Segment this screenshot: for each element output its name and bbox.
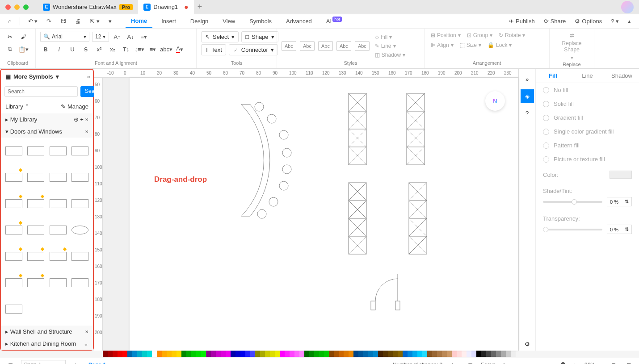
color-swatch[interactable]: [324, 351, 329, 357]
doors-windows-section[interactable]: ▾ Doors and Windows ×: [1, 126, 93, 138]
color-swatch[interactable]: [113, 351, 118, 357]
menu-symbols[interactable]: Symbols: [244, 15, 277, 27]
color-swatch[interactable]: [452, 351, 457, 357]
fill-tab[interactable]: Fill: [536, 69, 570, 83]
symbol-item[interactable]: [27, 273, 46, 293]
format-painter-button[interactable]: 🖌: [18, 31, 29, 42]
help-tool-tab[interactable]: ?: [521, 106, 534, 120]
close-icon[interactable]: ×: [85, 328, 88, 335]
align-button2[interactable]: ⊫ Align▾: [429, 41, 455, 49]
color-swatch[interactable]: [319, 351, 324, 357]
style-preset-1[interactable]: Abc: [282, 41, 296, 51]
zoom-out-button[interactable]: −: [516, 360, 524, 364]
size-button[interactable]: ⬚ Size▾: [458, 41, 483, 49]
line-spacing-button[interactable]: ↕≡▾: [134, 44, 145, 54]
symbol-item[interactable]: [71, 273, 90, 293]
superscript-button[interactable]: x²: [94, 44, 105, 54]
shadow-tab[interactable]: Shadow: [605, 69, 639, 83]
home-icon[interactable]: ⌂: [5, 16, 14, 26]
subscript-button[interactable]: x₂: [107, 44, 118, 54]
color-swatch[interactable]: [127, 351, 132, 357]
color-swatch[interactable]: [422, 351, 427, 357]
rotate-button[interactable]: ↻ Rotate▾: [497, 31, 527, 39]
symbol-item[interactable]: [4, 220, 23, 240]
symbol-item[interactable]: [27, 194, 46, 213]
undo-button[interactable]: ↶ ▾: [25, 16, 41, 26]
style-preset-3[interactable]: Abc: [318, 41, 333, 51]
color-swatch[interactable]: [137, 351, 142, 357]
cut-button[interactable]: ✂: [4, 31, 15, 42]
color-swatch[interactable]: [152, 351, 157, 357]
group-button[interactable]: ⊡ Group▾: [465, 31, 494, 39]
italic-button[interactable]: I: [54, 44, 64, 54]
color-swatch[interactable]: [177, 351, 181, 357]
color-swatch[interactable]: [353, 351, 358, 357]
shade-spinner[interactable]: 0 %⇅: [607, 197, 632, 206]
page-select[interactable]: Page-1▾: [21, 360, 66, 364]
color-swatch[interactable]: [191, 351, 196, 357]
color-swatch[interactable]: [290, 351, 294, 357]
color-swatch[interactable]: [226, 351, 231, 357]
symbol-item[interactable]: [4, 273, 23, 293]
color-swatch[interactable]: [108, 351, 113, 357]
color-swatch[interactable]: [280, 351, 285, 357]
color-swatch[interactable]: [221, 351, 226, 357]
symbol-item[interactable]: [27, 141, 46, 161]
symbol-item[interactable]: [49, 194, 67, 213]
color-swatch[interactable]: [275, 351, 280, 357]
focus-button[interactable]: Focus: [481, 362, 496, 364]
symbol-item[interactable]: [49, 220, 67, 240]
color-swatch[interactable]: [122, 351, 127, 357]
color-swatch[interactable]: [172, 351, 177, 357]
bold-button[interactable]: B: [40, 44, 51, 54]
my-library-section[interactable]: ▸ My Library ⊕ + ×: [1, 113, 93, 126]
more-button[interactable]: ▾: [106, 16, 114, 26]
ai-assistant-button[interactable]: N: [485, 91, 505, 111]
zoom-in-button[interactable]: +: [571, 360, 579, 364]
color-swatch[interactable]: [167, 351, 172, 357]
color-swatch[interactable]: [142, 351, 147, 357]
color-swatch[interactable]: [245, 351, 250, 357]
collapse-panel-icon[interactable]: «: [87, 73, 90, 80]
color-swatch[interactable]: [388, 351, 393, 357]
color-swatch[interactable]: [231, 351, 235, 357]
color-swatch[interactable]: [157, 351, 162, 357]
add-page-button[interactable]: +: [71, 360, 80, 364]
symbol-search-input[interactable]: [4, 86, 78, 97]
layers-icon[interactable]: ◈▾: [448, 360, 460, 364]
color-swatch[interactable]: [216, 351, 221, 357]
replace-shape-button[interactable]: ⇄Replace Shape ▾: [560, 31, 583, 62]
color-swatch[interactable]: [235, 351, 240, 357]
color-swatch[interactable]: [610, 171, 632, 179]
color-swatch[interactable]: [299, 351, 304, 357]
color-swatch[interactable]: [334, 351, 339, 357]
symbol-item[interactable]: [49, 273, 67, 293]
color-swatch[interactable]: [103, 351, 108, 357]
connector-tool[interactable]: ⟋ Connector ▾: [229, 44, 278, 55]
single-gradient-option[interactable]: Single color gradient fill: [536, 125, 639, 138]
color-swatch[interactable]: [471, 351, 476, 357]
page-tab[interactable]: Page-1: [85, 362, 109, 364]
line-button[interactable]: ✎ Line ▾: [373, 42, 407, 50]
zoom-level[interactable]: 96%: [584, 362, 595, 364]
minimize-window[interactable]: [14, 4, 20, 10]
symbol-item[interactable]: [4, 194, 23, 213]
publish-button[interactable]: ✈ Publish: [506, 16, 538, 26]
picture-fill-option[interactable]: Picture or texture fill: [536, 152, 639, 166]
play-icon[interactable]: ▶: [501, 360, 510, 364]
canvas[interactable]: Drag-and-drop N: [103, 78, 518, 351]
menu-insert[interactable]: Insert: [156, 15, 181, 27]
symbol-item[interactable]: [49, 141, 67, 161]
fill-tool-tab[interactable]: ◈: [521, 89, 534, 103]
manage-button[interactable]: ✎ Manage: [61, 103, 88, 110]
chevron-down-icon[interactable]: ⌄: [84, 340, 88, 347]
shade-slider[interactable]: [543, 201, 602, 203]
symbol-item[interactable]: [4, 167, 23, 187]
style-preset-2[interactable]: Abc: [300, 41, 315, 51]
share-button[interactable]: ⟳ Share: [541, 16, 569, 26]
symbol-item[interactable]: [71, 247, 90, 266]
paste-button[interactable]: 📋▾: [18, 44, 29, 54]
redo-button[interactable]: ↷: [44, 16, 54, 26]
color-swatch[interactable]: [265, 351, 270, 357]
symbol-item[interactable]: [71, 141, 90, 161]
